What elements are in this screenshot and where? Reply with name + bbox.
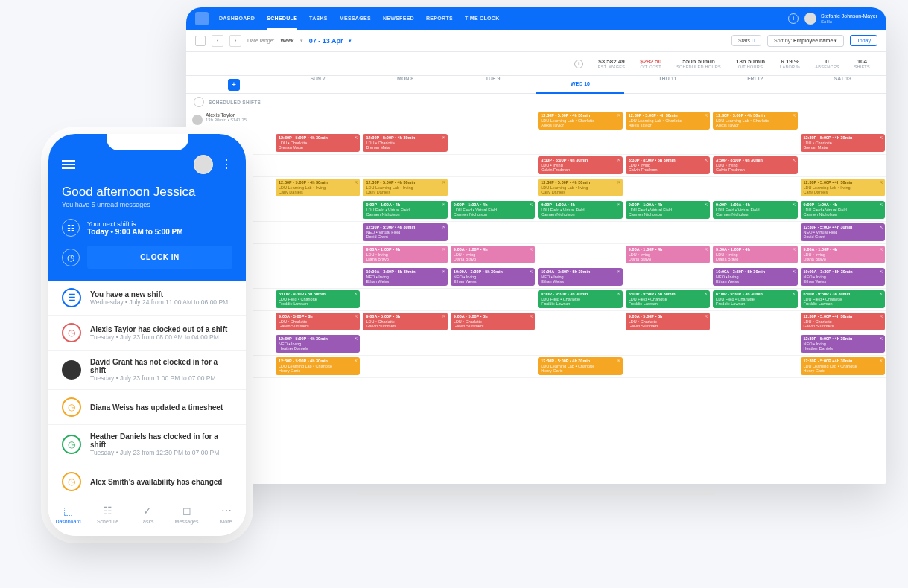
schedule-cell[interactable]: ⇱9:00A - 1:00P • 4hLDU • IrvingDiana Bra… xyxy=(624,244,711,266)
shift-card[interactable]: ⇱3:30P - 8:00P • 6h 30minLDU • IrvingCal… xyxy=(626,156,710,174)
schedule-cell[interactable]: ⇱12:30P - 5:00P • 4h 30minLDU Learning L… xyxy=(274,177,361,199)
schedule-cell[interactable] xyxy=(536,333,623,355)
user-menu[interactable]: Stefanie Johnson-Mayer SoHo xyxy=(804,13,877,25)
shift-card[interactable]: ⇱12:30P - 5:00P • 4h 30minNEO • IrvingHe… xyxy=(276,335,360,353)
schedule-cell[interactable]: ⇱12:30P - 5:00P • 4h 30minNEO • IrvingHe… xyxy=(274,333,361,355)
shift-card[interactable]: ⇱12:30P - 5:00P • 4h 30minNEO • Virtual … xyxy=(363,223,447,241)
today-button[interactable]: Today xyxy=(850,35,877,46)
feed-item[interactable]: ◷Heather Daniels has clocked in for a sh… xyxy=(48,425,246,464)
schedule-cell[interactable] xyxy=(449,356,536,377)
nav-item-messages[interactable]: MESSAGES xyxy=(340,8,371,30)
schedule-cell[interactable] xyxy=(711,132,799,154)
shift-card[interactable]: ⇱9:00A - 1:00P • 4hLDU • IrvingDiana Bra… xyxy=(363,246,447,263)
shift-card[interactable]: ⇱12:30P - 5:00P • 4h 30minLDU Learning L… xyxy=(801,179,885,196)
day-header[interactable]: SUN 7 xyxy=(274,76,361,94)
schedule-cell[interactable] xyxy=(361,155,448,176)
schedule-cell[interactable] xyxy=(536,132,623,154)
shift-card[interactable]: ⇱9:00A - 5:00P • 8hLDU • CharlotteGalvin… xyxy=(626,313,710,330)
shift-card[interactable]: ⇱3:30P - 8:00P • 6h 30minLDU • IrvingCal… xyxy=(538,156,622,174)
schedule-cell[interactable]: ⇱10:00A - 3:30P • 5h 30minNEO • IrvingEt… xyxy=(536,266,623,288)
schedule-cell[interactable] xyxy=(274,266,361,288)
schedule-cell[interactable]: ⇱9:00P - 1:00A • 4hLDU Field • Virtual F… xyxy=(361,199,448,221)
schedule-cell[interactable] xyxy=(624,177,711,199)
stats-info-icon[interactable]: i xyxy=(574,60,583,68)
next-shift-card[interactable]: ☷ Your next shift is Today • 9:00 AM to … xyxy=(62,219,232,237)
shift-card[interactable]: ⇱12:30P - 5:00P • 4h 30minNEO • IrvingHe… xyxy=(801,335,885,353)
schedule-cell[interactable]: ⇱9:00A - 1:00P • 4hLDU • IrvingDiana Bra… xyxy=(799,244,886,266)
schedule-cell[interactable] xyxy=(361,356,448,377)
schedule-cell[interactable]: ⇱6:00P - 9:30P • 3h 30minLDU Field • Cha… xyxy=(624,289,711,310)
schedule-cell[interactable] xyxy=(624,132,711,154)
schedule-cell[interactable]: ⇱3:30P - 8:00P • 6h 30minLDU • IrvingCal… xyxy=(536,155,623,176)
shift-card[interactable]: ⇱12:30P - 5:00P • 4h 30minLDU Learning L… xyxy=(713,112,797,130)
schedule-cell[interactable]: ⇱6:00P - 9:30P • 3h 30minLDU Field • Cha… xyxy=(711,289,799,310)
nav-item-reports[interactable]: REPORTS xyxy=(426,8,453,30)
schedule-cell[interactable] xyxy=(449,132,536,154)
schedule-cell[interactable] xyxy=(711,311,799,333)
schedule-cell[interactable] xyxy=(274,222,361,243)
day-header[interactable]: FRI 12 xyxy=(711,76,799,94)
schedule-cell[interactable]: ⇱10:00A - 3:30P • 5h 30minNEO • IrvingEt… xyxy=(361,266,448,288)
shift-card[interactable]: ⇱9:00A - 1:00P • 4hLDU • IrvingDiana Bra… xyxy=(801,246,885,263)
schedule-cell[interactable] xyxy=(449,177,536,199)
nav-item-newsfeed[interactable]: NEWSFEED xyxy=(383,8,414,30)
more-icon[interactable]: ⋮ xyxy=(220,162,232,167)
select-all-checkbox[interactable] xyxy=(195,36,206,46)
schedule-cell[interactable]: ⇱9:00P - 1:00A • 4hLDU Field • Virtual F… xyxy=(799,199,886,221)
profile-avatar-icon[interactable] xyxy=(194,155,213,174)
schedule-cell[interactable]: ⇱3:30P - 8:00P • 6h 30minLDU • IrvingCal… xyxy=(624,155,711,176)
schedule-cell[interactable]: ⇱12:30P - 5:00P • 4h 30minLDU Learning L… xyxy=(536,356,623,377)
schedule-cell[interactable]: ⇱9:00P - 1:00A • 4hLDU Field • Virtual F… xyxy=(711,199,799,221)
shift-card[interactable]: ⇱9:00A - 5:00P • 8hLDU • CharlotteGalvin… xyxy=(276,313,360,330)
prev-week-button[interactable]: ‹ xyxy=(212,35,223,47)
schedule-cell[interactable]: ⇱12:30P - 5:00P • 4h 30minNEO • Virtual … xyxy=(361,222,448,243)
day-header[interactable]: WED 10 xyxy=(536,76,623,94)
day-header[interactable]: TUE 9 xyxy=(449,76,536,94)
menu-icon[interactable] xyxy=(62,160,75,169)
shift-card[interactable]: ⇱10:00A - 3:30P • 5h 30minNEO • IrvingEt… xyxy=(801,268,885,286)
schedule-cell[interactable] xyxy=(624,266,711,288)
schedule-cell[interactable]: ⇱9:00A - 5:00P • 8hLDU • CharlotteGalvin… xyxy=(624,311,711,333)
schedule-cell[interactable]: ⇱9:00A - 1:00P • 4hLDU • IrvingDiana Bra… xyxy=(711,244,799,266)
shift-card[interactable]: ⇱12:30P - 5:00P • 4h 30minLDU Learning L… xyxy=(538,112,622,130)
shift-card[interactable]: ⇱9:00A - 5:00P • 8hLDU • CharlotteGalvin… xyxy=(363,313,447,330)
shift-card[interactable]: ⇱12:30P - 5:00P • 4h 30minLDU Learning L… xyxy=(276,357,360,375)
tab-messages[interactable]: ◻Messages xyxy=(167,496,206,531)
shift-card[interactable]: ⇱9:00P - 1:00A • 4hLDU Field • Virtual F… xyxy=(538,201,622,219)
schedule-cell[interactable] xyxy=(274,199,361,221)
clock-in-button[interactable]: CLOCK IN xyxy=(87,246,232,269)
schedule-cell[interactable]: ⇱12:30P - 5:00P • 4h 30minLDU Learning L… xyxy=(711,110,799,132)
schedule-cell[interactable]: ⇱9:00A - 5:00P • 8hLDU • CharlotteGalvin… xyxy=(274,311,361,333)
shift-card[interactable]: ⇱9:00P - 1:00A • 4hLDU Field • Virtual F… xyxy=(363,201,447,219)
shift-card[interactable]: ⇱6:00P - 9:30P • 3h 30minLDU Field • Cha… xyxy=(713,290,797,308)
schedule-cell[interactable]: ⇱9:00A - 5:00P • 8hLDU • CharlotteGalvin… xyxy=(449,311,536,333)
schedule-cell[interactable]: ⇱12:30P - 5:00P • 4h 30minLDU • Charlott… xyxy=(799,311,886,333)
schedule-cell[interactable]: ⇱12:30P - 5:00P • 4h 30minLDU Learning L… xyxy=(799,356,886,377)
feed-item[interactable]: ☰You have a new shiftWednesday • July 24… xyxy=(48,281,246,316)
shift-card[interactable]: ⇱12:30P - 5:00P • 4h 30minLDU Learning L… xyxy=(626,112,710,130)
shift-card[interactable]: ⇱12:30P - 5:00P • 4h 30minLDU • Charlott… xyxy=(801,313,885,330)
schedule-cell[interactable]: ⇱12:30P - 5:00P • 4h 30minNEO • Virtual … xyxy=(799,222,886,243)
shift-card[interactable]: ⇱12:30P - 5:00P • 4h 30minLDU Learning L… xyxy=(276,179,360,196)
schedule-cell[interactable] xyxy=(536,311,623,333)
schedule-cell[interactable] xyxy=(274,244,361,266)
shift-card[interactable]: ⇱9:00A - 1:00P • 4hLDU • IrvingDiana Bra… xyxy=(451,246,535,263)
shift-card[interactable]: ⇱9:00P - 1:00A • 4hLDU Field • Virtual F… xyxy=(713,201,797,219)
sort-dropdown[interactable]: Sort by: Employee name ▾ xyxy=(767,35,844,47)
shift-card[interactable]: ⇱10:00A - 3:30P • 5h 30minNEO • IrvingEt… xyxy=(713,268,797,286)
day-header[interactable]: THU 11 xyxy=(624,76,711,94)
shift-card[interactable]: ⇱6:00P - 9:30P • 3h 30minLDU Field • Cha… xyxy=(276,290,360,308)
schedule-cell[interactable]: ⇱12:30P - 5:00P • 4h 30minLDU Learning L… xyxy=(536,110,623,132)
schedule-cell[interactable] xyxy=(449,333,536,355)
feed-item[interactable]: David Grant has not clocked in for a shi… xyxy=(48,351,246,390)
next-week-button[interactable]: › xyxy=(229,35,241,47)
schedule-cell[interactable] xyxy=(449,155,536,176)
help-icon[interactable]: i xyxy=(788,13,799,24)
schedule-cell[interactable] xyxy=(361,289,448,310)
schedule-cell[interactable] xyxy=(624,222,711,243)
schedule-cell[interactable] xyxy=(624,333,711,355)
schedule-cell[interactable]: ⇱3:30P - 8:00P • 6h 30minLDU • IrvingCal… xyxy=(711,155,799,176)
employee-header[interactable]: Alexis Taylor13h 30min • $141.75 xyxy=(186,110,274,132)
schedule-cell[interactable] xyxy=(624,356,711,377)
feed-item[interactable]: ◷Diana Weiss has updated a timesheet xyxy=(48,390,246,425)
